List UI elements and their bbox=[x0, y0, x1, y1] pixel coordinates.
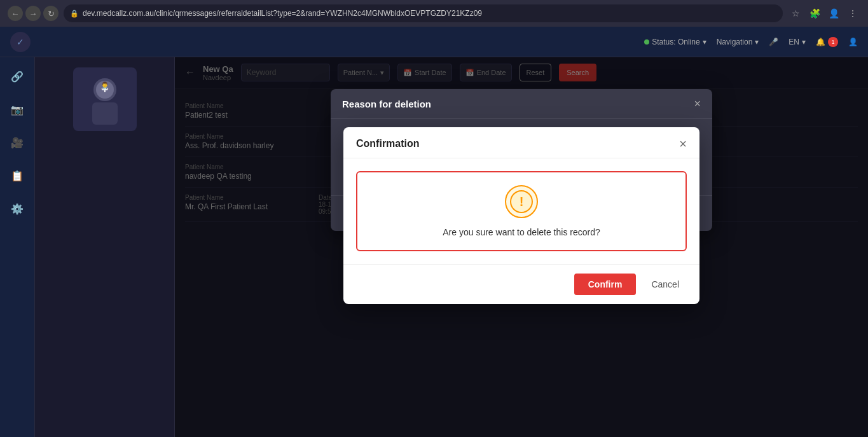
app-background: ✓ Status: Online ▾ Navigation ▾ 🎤 EN ▾ 🔔… bbox=[0, 27, 868, 437]
warning-message: Are you sure want to delete this record? bbox=[443, 227, 600, 237]
warning-exclamation-icon: ! bbox=[510, 190, 533, 213]
confirmation-body: ! Are you sure want to delete this recor… bbox=[343, 158, 699, 264]
status-chevron: ▾ bbox=[703, 38, 706, 46]
language-label: EN bbox=[789, 38, 799, 46]
star-button[interactable]: ☆ bbox=[788, 6, 803, 21]
status-label: Status: Online bbox=[652, 38, 699, 46]
top-nav-right: Status: Online ▾ Navigation ▾ 🎤 EN ▾ 🔔 1… bbox=[644, 37, 858, 47]
warning-icon-wrapper: ! bbox=[505, 185, 538, 218]
confirm-button[interactable]: Confirm bbox=[574, 274, 637, 295]
status-indicator[interactable]: Status: Online ▾ bbox=[644, 38, 706, 46]
sidebar-camera-icon[interactable]: 📷 bbox=[6, 98, 29, 121]
profile-button[interactable]: 👤 bbox=[826, 6, 841, 21]
warning-box: ! Are you sure want to delete this recor… bbox=[356, 171, 687, 251]
sidebar-link-icon[interactable]: 🔗 bbox=[6, 65, 29, 88]
deletion-modal-title: Reason for deletion bbox=[342, 99, 431, 109]
url-lock-icon: 🔒 bbox=[70, 10, 79, 18]
status-dot bbox=[644, 39, 649, 45]
back-button[interactable]: ← bbox=[8, 6, 23, 21]
sidebar-clipboard-icon[interactable]: 📋 bbox=[6, 164, 29, 187]
app-logo: ✓ bbox=[10, 32, 31, 52]
navigation-menu[interactable]: Navigation ▾ bbox=[717, 38, 759, 46]
nav-chevron: ▾ bbox=[755, 38, 759, 46]
forward-button[interactable]: → bbox=[25, 6, 41, 21]
browser-chrome: ← → ↻ 🔒 dev.medcallz.com.au/clinic/qrmes… bbox=[0, 0, 868, 27]
extensions-button[interactable]: 🧩 bbox=[807, 6, 822, 21]
mic-button[interactable]: 🎤 bbox=[769, 38, 778, 46]
user-avatar[interactable]: 👤 bbox=[848, 38, 858, 46]
sidebar-settings-icon[interactable]: ⚙️ bbox=[6, 197, 29, 220]
deletion-modal-close[interactable]: × bbox=[694, 98, 701, 109]
main-content: ← New Qa Navdeep Patient N... ▾ 📅 Start … bbox=[175, 57, 868, 437]
confirmation-footer: Confirm Cancel bbox=[343, 264, 699, 304]
top-nav: ✓ Status: Online ▾ Navigation ▾ 🎤 EN ▾ 🔔… bbox=[0, 27, 868, 57]
left-sidebar: 🔗 📷 🎥 📋 ⚙️ bbox=[0, 57, 35, 437]
notification-bell[interactable]: 🔔 1 bbox=[816, 37, 838, 47]
doctor-avatar: + 👨‍⚕️ bbox=[73, 67, 137, 131]
menu-button[interactable]: ⋮ bbox=[845, 6, 860, 21]
cancel-button[interactable]: Cancel bbox=[644, 274, 687, 295]
confirmation-close-button[interactable]: × bbox=[679, 137, 687, 150]
notification-badge: 1 bbox=[828, 37, 838, 47]
url-bar[interactable]: 🔒 dev.medcallz.com.au/clinic/qrmessages/… bbox=[64, 4, 783, 22]
browser-nav: ← → ↻ bbox=[8, 6, 59, 21]
deletion-modal-header: Reason for deletion × bbox=[331, 89, 712, 119]
navigation-label: Navigation bbox=[717, 38, 753, 46]
language-selector[interactable]: EN ▾ bbox=[789, 38, 806, 46]
content-area: 🔗 📷 🎥 📋 ⚙️ + 👨‍⚕️ ← bbox=[0, 57, 868, 437]
lang-chevron: ▾ bbox=[802, 38, 806, 46]
sidebar-video-icon[interactable]: 🎥 bbox=[6, 131, 29, 154]
url-text: dev.medcallz.com.au/clinic/qrmessages/re… bbox=[83, 9, 482, 18]
top-nav-left: ✓ bbox=[10, 32, 31, 52]
doctor-section: + 👨‍⚕️ bbox=[35, 57, 175, 437]
confirmation-title: Confirmation bbox=[356, 138, 420, 149]
refresh-button[interactable]: ↻ bbox=[43, 6, 59, 21]
confirmation-modal: Confirmation × ! Are you sure want to de… bbox=[343, 127, 699, 304]
confirmation-header: Confirmation × bbox=[343, 127, 699, 158]
svg-text:👨‍⚕️: 👨‍⚕️ bbox=[100, 81, 109, 90]
svg-rect-1 bbox=[92, 102, 118, 125]
browser-actions: ☆ 🧩 👤 ⋮ bbox=[788, 6, 860, 21]
